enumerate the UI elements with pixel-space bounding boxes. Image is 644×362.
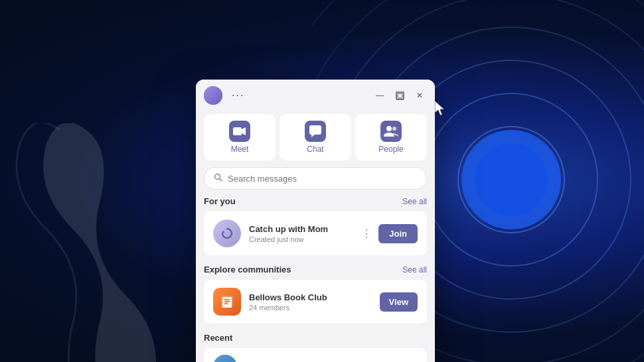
recent-title: Recent bbox=[204, 333, 232, 343]
chat-bubble-icon bbox=[309, 125, 322, 138]
svg-point-16 bbox=[392, 127, 396, 131]
catch-up-title: Catch up with Mom bbox=[249, 224, 352, 234]
explore-see-all[interactable]: See all bbox=[402, 265, 427, 274]
people-nav-button[interactable]: People bbox=[355, 114, 427, 160]
recent-section: Recent Serena Davis 11:58 PM bbox=[196, 333, 435, 362]
svg-marker-19 bbox=[222, 231, 225, 233]
minimize-button[interactable]: — bbox=[372, 88, 387, 103]
catch-up-actions: ⋮ Join bbox=[360, 224, 418, 243]
catch-up-icon bbox=[213, 219, 241, 247]
book-club-card: Bellows Book Club 24 members View bbox=[204, 280, 427, 324]
meet-label: Meet bbox=[231, 145, 249, 154]
video-icon bbox=[233, 126, 246, 137]
svg-rect-10 bbox=[398, 93, 402, 98]
chat-label: Chat bbox=[307, 145, 323, 154]
title-bar-left: ··· bbox=[204, 86, 248, 105]
book-club-icon bbox=[213, 288, 241, 316]
book-icon bbox=[219, 294, 235, 310]
join-button[interactable]: Join bbox=[378, 224, 418, 243]
catch-up-info: Catch up with Mom Created just now bbox=[249, 224, 352, 243]
for-you-title: For you bbox=[204, 196, 236, 206]
for-you-see-all[interactable]: See all bbox=[402, 197, 427, 206]
for-you-header: For you See all bbox=[204, 196, 427, 206]
teams-window: ··· — ✕ Meet bbox=[196, 80, 435, 362]
recent-avatar bbox=[213, 355, 237, 362]
catch-up-card: Catch up with Mom Created just now ⋮ Joi… bbox=[204, 211, 427, 255]
people-label: People bbox=[378, 145, 403, 154]
maximize-button[interactable] bbox=[392, 88, 407, 103]
meet-nav-button[interactable]: Meet bbox=[204, 114, 276, 160]
title-bar-controls: — ✕ bbox=[372, 88, 427, 103]
catch-up-subtitle: Created just now bbox=[249, 235, 352, 243]
for-you-section: For you See all Catch up with Mom Create… bbox=[196, 196, 435, 265]
svg-rect-13 bbox=[309, 125, 321, 135]
people-icon-svg bbox=[384, 125, 398, 138]
book-club-actions: View bbox=[380, 292, 418, 312]
search-icon bbox=[214, 173, 222, 184]
explore-header: Explore communities See all bbox=[204, 265, 427, 274]
catch-up-more-button[interactable]: ⋮ bbox=[360, 226, 373, 241]
more-button[interactable]: ··· bbox=[228, 88, 248, 103]
svg-marker-14 bbox=[311, 135, 315, 137]
meet-icon bbox=[229, 121, 250, 142]
nav-row: Meet Chat People bbox=[196, 110, 435, 167]
refresh-icon bbox=[220, 226, 234, 241]
close-button[interactable]: ✕ bbox=[412, 88, 427, 103]
book-club-subtitle: 24 members bbox=[249, 304, 372, 312]
svg-point-8 bbox=[475, 143, 548, 216]
people-icon bbox=[380, 121, 402, 142]
recent-card[interactable]: Serena Davis 11:58 PM bbox=[204, 348, 427, 362]
book-club-info: Bellows Book Club 24 members bbox=[249, 292, 372, 312]
svg-line-18 bbox=[220, 179, 222, 182]
book-club-title: Bellows Book Club bbox=[249, 292, 372, 302]
view-button[interactable]: View bbox=[380, 292, 418, 312]
search-input[interactable] bbox=[228, 174, 417, 184]
chat-icon bbox=[305, 121, 326, 142]
chat-nav-button[interactable]: Chat bbox=[280, 114, 351, 160]
svg-point-15 bbox=[386, 126, 392, 131]
svg-marker-12 bbox=[242, 127, 246, 135]
explore-section: Explore communities See all Bellows Book… bbox=[196, 265, 435, 333]
explore-title: Explore communities bbox=[204, 265, 291, 274]
search-bar bbox=[204, 167, 427, 190]
maximize-icon bbox=[396, 91, 404, 100]
svg-rect-21 bbox=[222, 297, 232, 308]
title-bar: ··· — ✕ bbox=[196, 80, 435, 110]
avatar[interactable] bbox=[204, 86, 222, 105]
svg-rect-11 bbox=[233, 127, 242, 135]
swirl-decoration bbox=[0, 123, 179, 362]
recent-header: Recent bbox=[204, 333, 427, 343]
